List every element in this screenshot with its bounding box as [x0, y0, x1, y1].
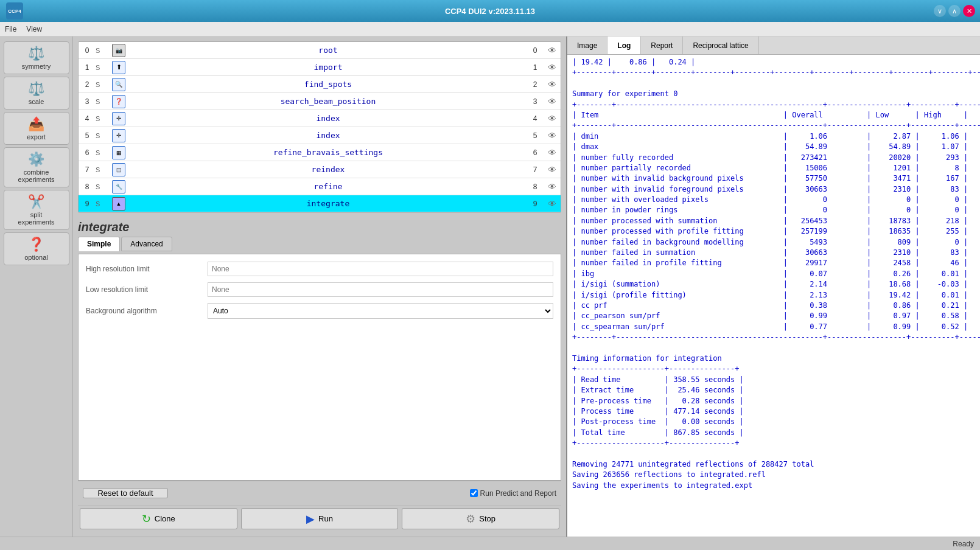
minimize-button[interactable]: ∨	[934, 5, 946, 17]
sidebar-item-scale[interactable]: ⚖️ scale	[4, 77, 69, 110]
center-panel: 0 S 📷 root 0 👁 1 S ⬆ import 1 👁	[73, 37, 566, 537]
index-icon: ✛	[112, 112, 125, 125]
eye-icon[interactable]: 👁	[544, 148, 561, 158]
high-res-input[interactable]	[208, 262, 553, 276]
pipeline-row-3[interactable]: 3 S ❓ search_beam_position 3 👁	[79, 93, 561, 110]
low-res-input[interactable]	[208, 282, 553, 297]
sidebar-item-label: splitexperiments	[18, 211, 55, 226]
tab-advanced[interactable]: Advanced	[121, 237, 172, 251]
row-id: 0	[527, 46, 544, 55]
row-name: import	[130, 63, 527, 72]
high-res-row: High resolution limit	[86, 262, 553, 276]
run-predict-checkbox[interactable]	[470, 489, 478, 497]
params-panel: High resolution limit Low resolution lim…	[78, 254, 561, 481]
pipeline-row-9[interactable]: 9 S ▲ integrate 9 👁	[79, 195, 561, 212]
tab-image[interactable]: Image	[567, 37, 607, 54]
sidebar-item-optional[interactable]: ❓ optional	[4, 232, 69, 265]
titlebar: CCP4 CCP4 DUI2 v:2023.11.13 ∨ ∧ ✕	[0, 0, 980, 22]
pipeline-row-8[interactable]: 8 S 🔧 refine 8 👁	[79, 178, 561, 195]
status-text: Ready	[953, 540, 974, 548]
bg-algo-select[interactable]: Auto Simple GLM Robust Poisson	[208, 303, 553, 319]
bravais-icon: ▦	[112, 146, 125, 159]
combine-icon: ⚙️	[28, 151, 44, 167]
high-res-label: High resolution limit	[86, 265, 208, 273]
reset-default-button[interactable]: Reset to default	[83, 488, 168, 498]
row-name: refine	[130, 182, 527, 191]
right-tabs: Image Log Report Reciprocal lattice	[567, 37, 980, 55]
log-content: | 19.42 | 0.86 | 0.24 | +--------+------…	[567, 55, 980, 537]
eye-icon[interactable]: 👁	[544, 46, 561, 55]
row-name: refine_bravais_settings	[130, 148, 527, 157]
low-res-row: Low resolution limit	[86, 282, 553, 297]
run-button[interactable]: ▶ Run	[241, 508, 399, 529]
pipeline-row-4[interactable]: 4 S ✛ index 4 👁	[79, 110, 561, 127]
menubar: File View	[0, 22, 980, 37]
export-icon: 📤	[28, 116, 44, 132]
pipeline-row-7[interactable]: 7 S ◫ reindex 7 👁	[79, 161, 561, 178]
pipeline-row-5[interactable]: 5 S ✛ index 5 👁	[79, 127, 561, 144]
integrate-icon: ▲	[112, 197, 125, 211]
bg-algo-label: Background algorithm	[86, 307, 208, 315]
run-icon: ▶	[306, 512, 315, 526]
sidebar-item-label: symmetry	[22, 63, 51, 70]
bottom-buttons: ↻ Clone ▶ Run ⚙ Stop	[78, 505, 561, 532]
action-bar: Reset to default Run Predict and Report	[78, 481, 561, 505]
eye-icon[interactable]: 👁	[544, 131, 561, 141]
import-icon: ⬆	[112, 61, 125, 74]
findspots-icon: 🔍	[112, 78, 125, 91]
sidebar-item-label: export	[27, 133, 46, 141]
app-logo: CCP4	[6, 2, 23, 19]
menu-file[interactable]: File	[5, 25, 16, 33]
sidebar-item-label: combineexperiments	[18, 169, 55, 183]
tabs-container: Simple Advanced	[78, 237, 561, 251]
eye-icon[interactable]: 👁	[544, 97, 561, 106]
step-detail: integrate Simple Advanced High resolutio…	[78, 218, 561, 532]
main-content: ⚖️ symmetry ⚖️ scale 📤 export ⚙️ combine…	[0, 37, 980, 537]
row-num: 0	[79, 46, 96, 55]
pipeline-row-6[interactable]: 6 S ▦ refine_bravais_settings 6 👁	[79, 144, 561, 161]
run-predict-check: Run Predict and Report	[470, 489, 556, 498]
maximize-button[interactable]: ∧	[948, 5, 961, 17]
tab-report[interactable]: Report	[641, 37, 683, 54]
sidebar-item-label: scale	[29, 98, 44, 105]
root-icon: 📷	[112, 44, 125, 57]
eye-icon[interactable]: 👁	[544, 165, 561, 175]
eye-icon[interactable]: 👁	[544, 80, 561, 89]
eye-icon[interactable]: 👁	[544, 63, 561, 72]
statusbar: Ready	[0, 537, 980, 550]
bg-algo-row: Background algorithm Auto Simple GLM Rob…	[86, 303, 553, 319]
tab-reciprocal-lattice[interactable]: Reciprocal lattice	[683, 37, 758, 54]
row-name: index	[130, 114, 527, 123]
stop-button[interactable]: ⚙ Stop	[402, 508, 559, 529]
stop-icon: ⚙	[466, 512, 475, 526]
tab-log[interactable]: Log	[607, 37, 641, 54]
row-status: S	[96, 47, 108, 54]
log-text: | 19.42 | 0.86 | 0.24 | +--------+------…	[572, 57, 975, 491]
row-name: find_spots	[130, 80, 527, 89]
searchbeam-icon: ❓	[112, 95, 125, 108]
clone-label: Clone	[155, 514, 175, 523]
clone-button[interactable]: ↻ Clone	[80, 508, 237, 529]
split-icon: ✂️	[28, 194, 44, 210]
row-name: reindex	[130, 165, 527, 174]
sidebar-item-label: optional	[24, 254, 48, 261]
close-button[interactable]: ✕	[963, 5, 975, 17]
menu-view[interactable]: View	[26, 25, 42, 33]
tab-simple[interactable]: Simple	[78, 237, 120, 251]
sidebar-item-symmetry[interactable]: ⚖️ symmetry	[4, 41, 69, 74]
eye-icon[interactable]: 👁	[544, 182, 561, 192]
eye-icon[interactable]: 👁	[544, 199, 561, 209]
run-predict-label: Run Predict and Report	[480, 489, 556, 498]
symmetry-icon: ⚖️	[28, 46, 44, 61]
row-name: integrate	[130, 199, 527, 208]
sidebar-item-split[interactable]: ✂️ splitexperiments	[4, 190, 69, 230]
sidebar: ⚖️ symmetry ⚖️ scale 📤 export ⚙️ combine…	[0, 37, 73, 537]
window-title: CCP4 DUI2 v:2023.11.13	[445, 7, 535, 16]
eye-icon[interactable]: 👁	[544, 114, 561, 124]
row-name: index	[130, 131, 527, 140]
pipeline-row-2[interactable]: 2 S 🔍 find_spots 2 👁	[79, 76, 561, 93]
sidebar-item-combine[interactable]: ⚙️ combineexperiments	[4, 147, 69, 187]
sidebar-item-export[interactable]: 📤 export	[4, 112, 69, 145]
pipeline-row-1[interactable]: 1 S ⬆ import 1 👁	[79, 59, 561, 76]
pipeline-row-0[interactable]: 0 S 📷 root 0 👁	[79, 42, 561, 59]
